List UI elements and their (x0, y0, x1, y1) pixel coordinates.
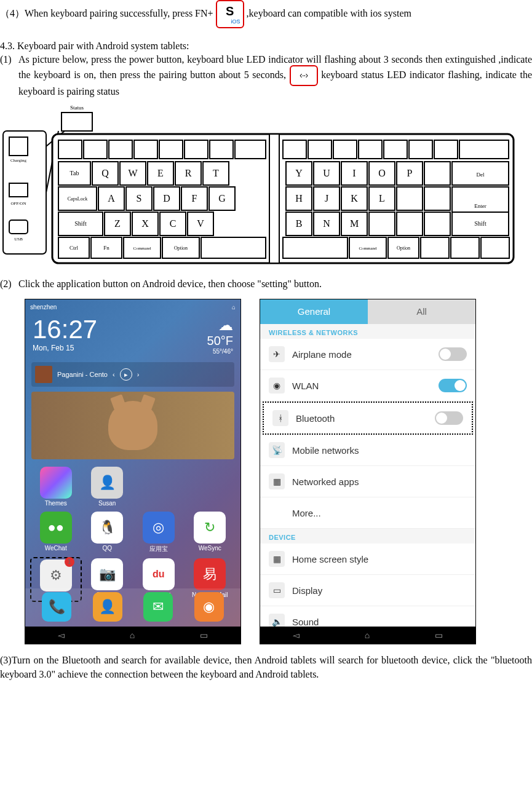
svg-rect-81 (424, 212, 450, 235)
svg-rect-98 (481, 237, 509, 258)
section-device-header: DEVICE (260, 529, 475, 544)
svg-text:T: T (213, 168, 219, 178)
fn-s-ios-key-icon: S iOS (216, 0, 244, 28)
home-nav-icon[interactable]: ⌂ (365, 630, 370, 640)
svg-rect-103 (109, 140, 132, 159)
svg-text:S: S (137, 193, 142, 204)
recent-icon[interactable]: ▭ (200, 630, 208, 640)
home-icon: ⌂ (232, 304, 236, 311)
appstore-icon: ◎ (143, 512, 175, 544)
cat-image-icon (108, 401, 157, 450)
list-content-2: Click the application button on Android … (18, 279, 532, 290)
list-content-1: As picture below, press the power button… (18, 54, 532, 97)
step4-prefix: （4）When keyboard pairing successfully, p… (0, 8, 213, 18)
svg-text:Shift: Shift (474, 220, 486, 227)
grid-apps-icon: ▦ (269, 473, 285, 489)
bluetooth-highlight: ᚼ Bluetooth (263, 402, 473, 435)
svg-rect-116 (459, 140, 509, 159)
svg-text:D: D (163, 193, 170, 204)
app-contact[interactable]: 👤 Susan (83, 467, 132, 507)
svg-rect-112 (359, 140, 382, 159)
android-screenshots-row: shenzhen ⌂ 16:27 Mon, Feb 15 ☁ 50°F 55°/… (25, 299, 532, 644)
app-yingyongbao[interactable]: ◎ 应用宝 (134, 512, 183, 553)
svg-rect-113 (384, 140, 407, 159)
app-qq[interactable]: 🐧 QQ (83, 512, 132, 553)
bluetooth-icon: ᚼ (272, 410, 288, 426)
svg-text:USB: USB (14, 237, 23, 242)
setting-display[interactable]: ▭ Display (260, 575, 475, 606)
home-nav-icon[interactable]: ⌂ (130, 630, 135, 640)
photo-widget[interactable] (31, 392, 234, 459)
svg-text:Option: Option (397, 245, 410, 251)
svg-rect-91 (283, 237, 347, 258)
svg-rect-7 (62, 113, 92, 131)
setting-wlan[interactable]: ◉ WLAN (260, 370, 475, 402)
svg-text:E: E (157, 168, 164, 178)
svg-text:Q: Q (101, 168, 109, 178)
browser-icon[interactable]: ◉ (194, 592, 224, 622)
status-bar: shenzhen ⌂ (25, 299, 240, 314)
svg-text:Del: Del (477, 172, 485, 178)
svg-text:U: U (323, 168, 330, 178)
camera-icon: 📷 (91, 558, 123, 590)
music-widget[interactable]: Paganini - Cento ‹ ▸ › (31, 362, 234, 387)
app-wesync[interactable]: ↻ WeSync (186, 512, 235, 553)
section-wireless-header: WIRELESS & NETWORKS (260, 324, 475, 339)
android-nav-bar: ◅ ⌂ ▭ (25, 627, 240, 644)
home-style-icon: ▦ (269, 551, 285, 567)
setting-airplane[interactable]: ✈ Airplane mode (260, 339, 475, 370)
svg-rect-105 (159, 140, 183, 159)
phone-icon[interactable]: 📞 (42, 592, 71, 622)
back-icon[interactable]: ◅ (293, 630, 300, 640)
svg-rect-115 (434, 140, 458, 159)
svg-text:Enter: Enter (474, 203, 486, 209)
svg-text:Charging: Charging (10, 158, 26, 163)
recent-icon[interactable]: ▭ (435, 630, 443, 640)
app-wechat[interactable]: ●● WeChat (31, 512, 81, 553)
list-item-2: (2) Click the application button on Andr… (0, 279, 532, 290)
section-4-3-heading: 4.3. Keyboard pair with Android system t… (0, 39, 532, 53)
list-num-1: (1) (0, 54, 18, 97)
music-next-icon[interactable]: › (137, 371, 140, 378)
antenna-icon: 📡 (269, 442, 285, 458)
setting-networked-apps[interactable]: ▦ Networked apps (260, 466, 475, 497)
svg-text:L: L (379, 193, 385, 204)
badge-icon: 1 (65, 557, 74, 567)
foldable-keyboard-diagram: Charging OFF/ON USB Status Tab Q (0, 100, 517, 272)
dock: 📞 👤 ✉ ◉ (25, 588, 240, 627)
svg-rect-104 (134, 140, 157, 159)
step-4-paragraph: （4）When keyboard pairing successfully, p… (0, 0, 532, 28)
messages-icon[interactable]: ✉ (143, 592, 173, 622)
tab-general[interactable]: General (260, 299, 368, 324)
wlan-toggle-icon[interactable] (439, 379, 467, 392)
temperature: 50°F (207, 334, 233, 348)
svg-text:R: R (185, 168, 192, 178)
setting-home-style[interactable]: ▦ Home screen style (260, 544, 475, 575)
svg-rect-106 (185, 140, 208, 159)
svg-rect-114 (409, 140, 432, 159)
svg-text:Status: Status (70, 105, 84, 111)
contacts-icon[interactable]: 👤 (93, 592, 122, 622)
svg-rect-35 (424, 162, 450, 185)
bluetooth-toggle-icon[interactable] (435, 411, 463, 425)
svg-text:M: M (350, 218, 359, 229)
step4-suffix: ,keyboard can compatible with ios system (247, 8, 411, 18)
svg-rect-109 (283, 140, 306, 159)
pairing-key-icon: ‹··› (290, 65, 318, 86)
setting-mobile-networks[interactable]: 📡 Mobile networks (260, 435, 475, 466)
svg-rect-108 (235, 140, 266, 159)
airplane-toggle-icon[interactable] (439, 347, 467, 361)
clock-date: Mon, Feb 15 (33, 344, 97, 352)
setting-more[interactable]: More... (260, 497, 475, 529)
svg-text:C: C (170, 218, 177, 229)
tab-all[interactable]: All (368, 299, 475, 324)
svg-text:J: J (325, 193, 328, 204)
back-icon[interactable]: ◅ (58, 630, 65, 640)
svg-text:Command: Command (133, 246, 151, 251)
svg-text:Y: Y (295, 168, 303, 178)
svg-rect-96 (421, 237, 449, 258)
music-play-icon[interactable]: ▸ (120, 368, 132, 381)
app-themes[interactable]: Themes (31, 467, 81, 507)
music-prev-icon[interactable]: ‹ (113, 371, 115, 378)
setting-bluetooth[interactable]: ᚼ Bluetooth (264, 403, 472, 433)
